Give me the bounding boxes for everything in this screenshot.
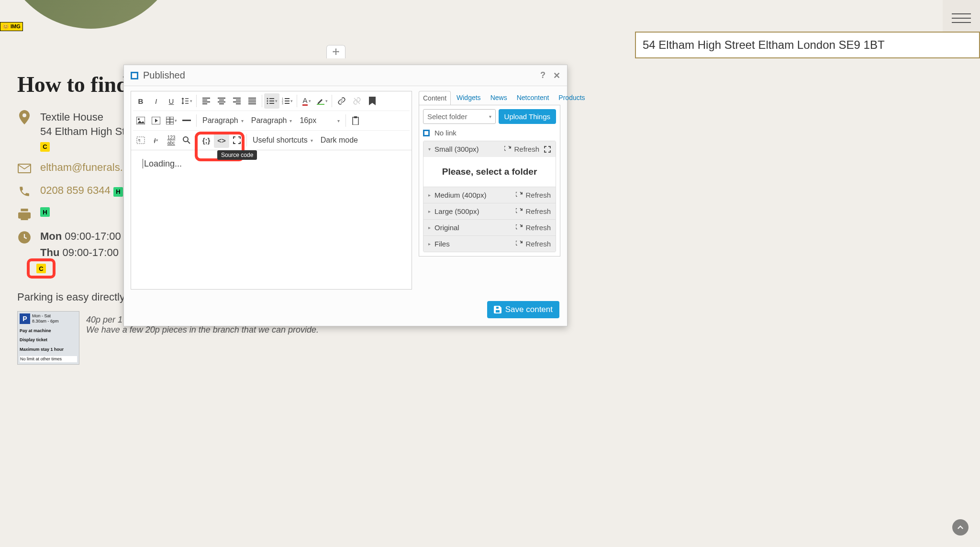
mon-hours: 09:00-17:00: [65, 230, 121, 242]
phone-row: 0208 859 6344 H: [17, 184, 137, 199]
folder-select[interactable]: Select folder ▾: [423, 109, 496, 124]
paste-button[interactable]: [348, 113, 363, 128]
align-left-button[interactable]: [199, 93, 214, 109]
refresh-button[interactable]: Refresh: [516, 207, 551, 215]
text-color-button[interactable]: A▾: [299, 93, 314, 109]
source-code-button[interactable]: <>: [214, 133, 229, 148]
accordion-small-body: Please, select a folder: [423, 157, 556, 187]
side-tabs: Content Widgets News Netcontent Products: [419, 91, 560, 105]
hero-image-curve: [0, 0, 182, 29]
video-button[interactable]: [148, 113, 164, 128]
folder-select-label: Select folder: [427, 112, 467, 121]
refresh-button[interactable]: Refresh: [516, 240, 551, 248]
upload-button[interactable]: Upload Things: [499, 109, 556, 124]
checkbox-icon: [423, 130, 430, 136]
tab-products[interactable]: Products: [555, 91, 589, 105]
font-size-select[interactable]: 16px▾: [296, 113, 344, 128]
accordion-medium-header[interactable]: ▸Medium (400px) Refresh: [423, 187, 556, 203]
align-justify-button[interactable]: [245, 93, 260, 109]
sign-line: 8.30am - 6pm: [32, 319, 59, 324]
svg-point-9: [138, 118, 140, 120]
hamburger-menu[interactable]: [943, 0, 980, 36]
h-badge: H: [40, 207, 50, 217]
chevron-right-icon: ▸: [428, 192, 431, 198]
contact-block: Textile House 54 Eltham High Str C eltha…: [17, 110, 137, 268]
map-drag-handle[interactable]: [326, 45, 345, 58]
published-checkbox-icon: [131, 72, 138, 79]
help-icon[interactable]: ?: [540, 70, 546, 81]
block-format-select-2[interactable]: Paragraph▾: [247, 113, 296, 128]
address-line: 54 Eltham High Str: [40, 125, 129, 137]
sign-line: Pay at machine: [20, 328, 77, 334]
table-button[interactable]: ▾: [164, 113, 179, 128]
expand-icon[interactable]: [544, 146, 551, 153]
save-icon: [494, 306, 501, 313]
image-button[interactable]: [133, 113, 148, 128]
close-icon[interactable]: ✕: [553, 70, 560, 81]
sign-line: Mon - Sat: [32, 313, 59, 319]
refresh-icon: [516, 224, 523, 231]
svg-rect-11: [182, 120, 191, 121]
align-right-button[interactable]: [229, 93, 245, 109]
bold-button[interactable]: B: [133, 93, 148, 109]
scroll-top-button[interactable]: [952, 519, 969, 536]
accordion-files-header[interactable]: ▸Files Refresh: [423, 236, 556, 252]
save-button[interactable]: Save content: [487, 301, 559, 318]
tab-widgets[interactable]: Widgets: [453, 91, 485, 105]
accordion-small-header[interactable]: ▾Small (300px) Refresh: [423, 141, 556, 157]
mon-label: Mon: [40, 230, 62, 242]
svg-rect-7: [317, 104, 324, 105]
dark-mode-toggle[interactable]: Dark mode: [317, 133, 362, 148]
no-link-label: No link: [434, 129, 457, 137]
refresh-button[interactable]: Refresh: [504, 145, 539, 153]
move-icon: [332, 48, 340, 56]
underline-button[interactable]: U: [164, 93, 179, 109]
unlink-button[interactable]: [349, 93, 365, 109]
email-link[interactable]: eltham@funerals.l: [40, 161, 125, 174]
parking-sign-image: P Mon - Sat 8.30am - 6pm Pay at machine …: [17, 311, 79, 365]
shortcuts-menu[interactable]: Useful shortcuts▾: [249, 133, 317, 148]
chevron-down-icon: ▾: [428, 146, 431, 152]
chevron-up-icon: [957, 524, 964, 531]
svg-point-16: [183, 137, 188, 142]
bookmark-button[interactable]: [365, 93, 380, 109]
tab-news[interactable]: News: [487, 91, 511, 105]
hr-button[interactable]: [179, 113, 194, 128]
align-center-button[interactable]: [214, 93, 229, 109]
template-button[interactable]: {;}: [199, 133, 214, 148]
refresh-button[interactable]: Refresh: [516, 223, 551, 232]
fullscreen-button[interactable]: [229, 133, 245, 148]
size-accordion: ▾Small (300px) Refresh Please, select a …: [423, 141, 556, 252]
refresh-button[interactable]: Refresh: [516, 191, 551, 199]
size-label: Files: [434, 240, 450, 248]
published-label: Published: [143, 70, 185, 81]
parking-p-icon: P: [20, 313, 30, 324]
word-count-button[interactable]: 123abc: [164, 133, 179, 148]
editor-content-area[interactable]: Loading...: [131, 150, 412, 289]
bullet-list-button[interactable]: ▾: [264, 93, 279, 109]
tab-netcontent[interactable]: Netcontent: [513, 91, 553, 105]
phone-number[interactable]: 0208 859 6344: [40, 184, 111, 196]
show-blocks-button[interactable]: ¶: [133, 133, 148, 148]
line-height-button[interactable]: ▾: [179, 93, 194, 109]
tab-content[interactable]: Content: [419, 91, 451, 105]
italic-button[interactable]: I: [148, 93, 164, 109]
chevron-down-icon: ▾: [489, 114, 491, 119]
toolbar: B I U ▾ ▾ 123▾ A▾ ▾: [131, 91, 412, 150]
link-button[interactable]: [334, 93, 349, 109]
accordion-large-header[interactable]: ▸Large (500px) Refresh: [423, 203, 556, 219]
editor-modal: Published ? ✕ B I U ▾ ▾ 1: [123, 65, 568, 326]
find-button[interactable]: [179, 133, 194, 148]
accordion-original-header[interactable]: ▸Original Refresh: [423, 220, 556, 235]
clear-format-button[interactable]: I×: [148, 133, 164, 148]
hours-row: Mon 09:00-17:00 T Thu 09:00-17:00 F: [17, 230, 137, 259]
img-badge: 😊 IMG: [0, 22, 23, 31]
c-badge: C: [40, 142, 50, 152]
published-status[interactable]: Published: [131, 70, 185, 81]
numbered-list-button[interactable]: 123▾: [279, 93, 295, 109]
no-link-toggle[interactable]: No link: [423, 129, 556, 137]
highlight-button[interactable]: ▾: [314, 93, 330, 109]
map-address: 54 Eltham High Street Eltham London SE9 …: [635, 32, 980, 58]
block-format-select-1[interactable]: Paragraph▾: [199, 113, 247, 128]
envelope-icon: [17, 161, 32, 176]
